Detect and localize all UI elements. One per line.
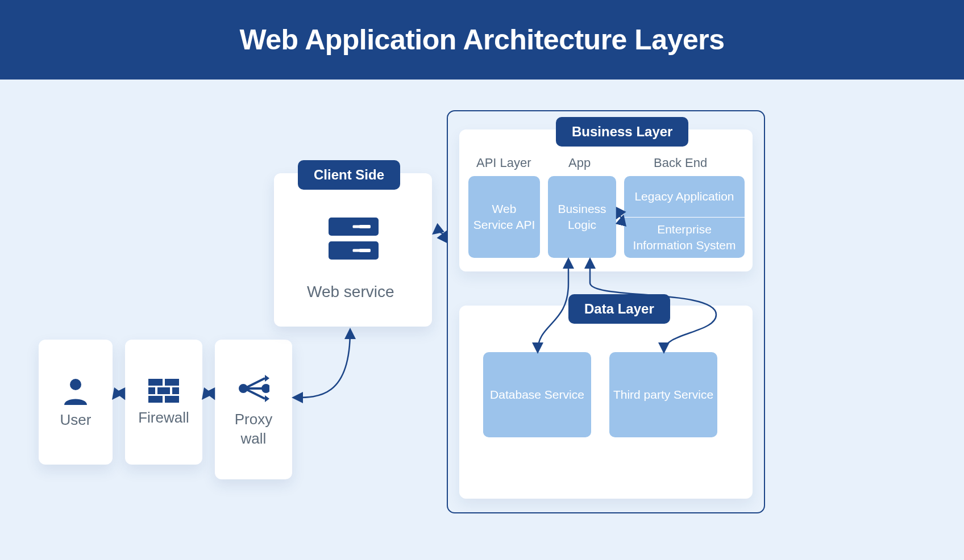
- svg-point-13: [263, 385, 269, 392]
- svg-rect-1: [148, 379, 163, 386]
- node-proxy-label: Proxy wall: [221, 410, 286, 449]
- box-web-service-api: Web Service API: [468, 176, 540, 258]
- node-user-label: User: [60, 411, 92, 430]
- svg-rect-6: [148, 396, 163, 403]
- column-label-back: Back End: [654, 156, 707, 170]
- svg-marker-12: [265, 375, 269, 382]
- svg-rect-5: [172, 387, 179, 394]
- node-firewall: Firewall: [125, 340, 202, 465]
- box-back-end: Legacy Application Enterprise Informatio…: [624, 176, 745, 258]
- page-title: Web Application Architecture Layers: [239, 23, 724, 56]
- box-database-service: Database Service: [483, 352, 591, 437]
- server-icon: [325, 210, 382, 267]
- svg-rect-3: [148, 387, 155, 394]
- box-business-logic: Business Logic: [548, 176, 616, 258]
- badge-data-layer: Data Layer: [568, 294, 670, 324]
- column-label-app: App: [568, 156, 591, 170]
- box-third-party-service: Third party Service: [609, 352, 717, 437]
- box-enterprise-info: Enterprise Information System: [624, 218, 745, 258]
- svg-rect-7: [165, 396, 179, 403]
- user-icon: [62, 377, 89, 405]
- node-user: User: [39, 340, 113, 465]
- badge-business-layer: Business Layer: [556, 117, 688, 147]
- page-header: Web Application Architecture Layers: [0, 0, 964, 80]
- svg-marker-14: [265, 395, 269, 402]
- column-label-api: API Layer: [476, 156, 531, 170]
- firewall-icon: [148, 379, 179, 403]
- svg-point-0: [70, 379, 81, 390]
- svg-rect-4: [157, 387, 170, 394]
- node-firewall-label: Firewall: [138, 408, 189, 428]
- diagram-canvas: User Firewall: [0, 80, 964, 560]
- badge-client-side: Client Side: [298, 160, 400, 190]
- box-legacy-app: Legacy Application: [624, 176, 745, 217]
- node-web-service-label: Web service: [307, 283, 394, 301]
- svg-rect-2: [165, 379, 179, 386]
- node-proxy: Proxy wall: [215, 340, 292, 479]
- svg-point-11: [240, 385, 247, 392]
- proxy-icon: [238, 373, 269, 404]
